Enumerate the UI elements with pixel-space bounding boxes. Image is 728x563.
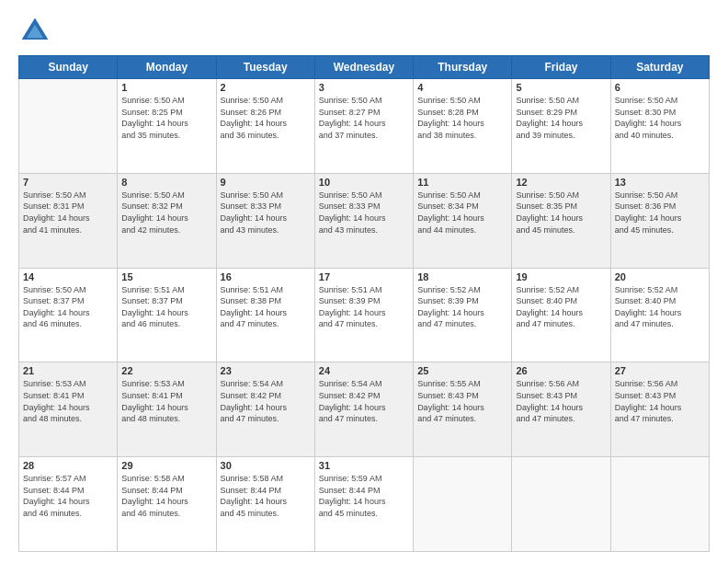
calendar-day-cell: 30Sunrise: 5:58 AM Sunset: 8:44 PM Dayli… bbox=[216, 457, 314, 552]
calendar-day-cell: 16Sunrise: 5:51 AM Sunset: 8:38 PM Dayli… bbox=[216, 268, 314, 362]
day-info: Sunrise: 5:56 AM Sunset: 8:43 PM Dayligh… bbox=[516, 378, 606, 424]
calendar-day-cell: 2Sunrise: 5:50 AM Sunset: 8:26 PM Daylig… bbox=[216, 79, 314, 174]
day-number: 30 bbox=[221, 460, 311, 471]
day-of-week-header: Thursday bbox=[414, 56, 512, 79]
day-number: 5 bbox=[516, 82, 606, 93]
day-info: Sunrise: 5:58 AM Sunset: 8:44 PM Dayligh… bbox=[221, 473, 311, 519]
calendar-day-cell bbox=[610, 457, 709, 552]
day-number: 24 bbox=[319, 365, 409, 376]
day-number: 2 bbox=[221, 82, 311, 93]
day-info: Sunrise: 5:52 AM Sunset: 8:40 PM Dayligh… bbox=[615, 284, 705, 330]
day-of-week-header: Sunday bbox=[19, 56, 118, 79]
day-number: 28 bbox=[23, 460, 113, 471]
header bbox=[18, 15, 710, 48]
calendar-day-cell: 7Sunrise: 5:50 AM Sunset: 8:31 PM Daylig… bbox=[19, 173, 118, 268]
day-info: Sunrise: 5:54 AM Sunset: 8:42 PM Dayligh… bbox=[221, 378, 311, 424]
day-info: Sunrise: 5:55 AM Sunset: 8:43 PM Dayligh… bbox=[417, 378, 507, 424]
day-info: Sunrise: 5:53 AM Sunset: 8:41 PM Dayligh… bbox=[121, 378, 211, 424]
calendar-day-cell: 3Sunrise: 5:50 AM Sunset: 8:27 PM Daylig… bbox=[314, 79, 413, 174]
day-info: Sunrise: 5:50 AM Sunset: 8:33 PM Dayligh… bbox=[221, 190, 311, 236]
calendar-day-cell: 13Sunrise: 5:50 AM Sunset: 8:36 PM Dayli… bbox=[610, 173, 709, 268]
day-number: 13 bbox=[615, 177, 705, 188]
page: SundayMondayTuesdayWednesdayThursdayFrid… bbox=[0, 0, 728, 563]
calendar-day-cell: 21Sunrise: 5:53 AM Sunset: 8:41 PM Dayli… bbox=[19, 362, 118, 457]
calendar-day-cell: 24Sunrise: 5:54 AM Sunset: 8:42 PM Dayli… bbox=[314, 362, 413, 457]
day-info: Sunrise: 5:58 AM Sunset: 8:44 PM Dayligh… bbox=[121, 473, 211, 519]
day-number: 12 bbox=[516, 177, 606, 188]
day-info: Sunrise: 5:50 AM Sunset: 8:31 PM Dayligh… bbox=[23, 190, 113, 236]
day-number: 10 bbox=[319, 177, 409, 188]
calendar-week-row: 7Sunrise: 5:50 AM Sunset: 8:31 PM Daylig… bbox=[19, 173, 710, 268]
day-number: 21 bbox=[23, 365, 113, 376]
day-number: 17 bbox=[319, 271, 409, 282]
day-info: Sunrise: 5:50 AM Sunset: 8:37 PM Dayligh… bbox=[23, 284, 113, 330]
day-number: 8 bbox=[121, 177, 211, 188]
day-number: 16 bbox=[221, 271, 311, 282]
calendar-day-cell: 17Sunrise: 5:51 AM Sunset: 8:39 PM Dayli… bbox=[314, 268, 413, 362]
day-info: Sunrise: 5:50 AM Sunset: 8:36 PM Dayligh… bbox=[615, 190, 705, 236]
calendar-day-cell: 22Sunrise: 5:53 AM Sunset: 8:41 PM Dayli… bbox=[118, 362, 216, 457]
calendar-day-cell: 12Sunrise: 5:50 AM Sunset: 8:35 PM Dayli… bbox=[512, 173, 610, 268]
day-number: 22 bbox=[121, 365, 211, 376]
day-number: 26 bbox=[516, 365, 606, 376]
day-number: 6 bbox=[615, 82, 705, 93]
calendar-day-cell bbox=[512, 457, 610, 552]
day-info: Sunrise: 5:51 AM Sunset: 8:39 PM Dayligh… bbox=[319, 284, 409, 330]
calendar-header-row: SundayMondayTuesdayWednesdayThursdayFrid… bbox=[19, 56, 710, 79]
day-info: Sunrise: 5:51 AM Sunset: 8:38 PM Dayligh… bbox=[221, 284, 311, 330]
day-number: 23 bbox=[221, 365, 311, 376]
calendar-day-cell: 15Sunrise: 5:51 AM Sunset: 8:37 PM Dayli… bbox=[118, 268, 216, 362]
calendar-day-cell: 9Sunrise: 5:50 AM Sunset: 8:33 PM Daylig… bbox=[216, 173, 314, 268]
calendar-week-row: 21Sunrise: 5:53 AM Sunset: 8:41 PM Dayli… bbox=[19, 362, 710, 457]
calendar-day-cell: 5Sunrise: 5:50 AM Sunset: 8:29 PM Daylig… bbox=[512, 79, 610, 174]
day-info: Sunrise: 5:54 AM Sunset: 8:42 PM Dayligh… bbox=[319, 378, 409, 424]
calendar-day-cell: 11Sunrise: 5:50 AM Sunset: 8:34 PM Dayli… bbox=[414, 173, 512, 268]
day-info: Sunrise: 5:50 AM Sunset: 8:30 PM Dayligh… bbox=[615, 95, 705, 141]
calendar-table: SundayMondayTuesdayWednesdayThursdayFrid… bbox=[18, 55, 710, 552]
calendar-day-cell: 28Sunrise: 5:57 AM Sunset: 8:44 PM Dayli… bbox=[19, 457, 118, 552]
calendar-day-cell bbox=[414, 457, 512, 552]
calendar-day-cell: 14Sunrise: 5:50 AM Sunset: 8:37 PM Dayli… bbox=[19, 268, 118, 362]
calendar-day-cell: 25Sunrise: 5:55 AM Sunset: 8:43 PM Dayli… bbox=[414, 362, 512, 457]
day-of-week-header: Friday bbox=[512, 56, 610, 79]
day-of-week-header: Saturday bbox=[610, 56, 709, 79]
day-number: 27 bbox=[615, 365, 705, 376]
calendar-week-row: 1Sunrise: 5:50 AM Sunset: 8:25 PM Daylig… bbox=[19, 79, 710, 174]
calendar-day-cell: 10Sunrise: 5:50 AM Sunset: 8:33 PM Dayli… bbox=[314, 173, 413, 268]
calendar-day-cell: 23Sunrise: 5:54 AM Sunset: 8:42 PM Dayli… bbox=[216, 362, 314, 457]
day-number: 4 bbox=[417, 82, 507, 93]
day-of-week-header: Wednesday bbox=[314, 56, 413, 79]
calendar-day-cell: 27Sunrise: 5:56 AM Sunset: 8:43 PM Dayli… bbox=[610, 362, 709, 457]
day-number: 18 bbox=[417, 271, 507, 282]
logo-icon bbox=[18, 15, 51, 48]
day-info: Sunrise: 5:50 AM Sunset: 8:27 PM Dayligh… bbox=[319, 95, 409, 141]
day-info: Sunrise: 5:56 AM Sunset: 8:43 PM Dayligh… bbox=[615, 378, 705, 424]
calendar-day-cell: 19Sunrise: 5:52 AM Sunset: 8:40 PM Dayli… bbox=[512, 268, 610, 362]
day-number: 25 bbox=[417, 365, 507, 376]
logo bbox=[18, 15, 55, 48]
day-number: 31 bbox=[319, 460, 409, 471]
day-of-week-header: Tuesday bbox=[216, 56, 314, 79]
day-number: 7 bbox=[23, 177, 113, 188]
day-number: 19 bbox=[516, 271, 606, 282]
day-info: Sunrise: 5:53 AM Sunset: 8:41 PM Dayligh… bbox=[23, 378, 113, 424]
calendar-day-cell: 26Sunrise: 5:56 AM Sunset: 8:43 PM Dayli… bbox=[512, 362, 610, 457]
day-info: Sunrise: 5:50 AM Sunset: 8:26 PM Dayligh… bbox=[221, 95, 311, 141]
day-number: 29 bbox=[121, 460, 211, 471]
day-info: Sunrise: 5:50 AM Sunset: 8:29 PM Dayligh… bbox=[516, 95, 606, 141]
calendar-day-cell: 6Sunrise: 5:50 AM Sunset: 8:30 PM Daylig… bbox=[610, 79, 709, 174]
calendar-day-cell: 4Sunrise: 5:50 AM Sunset: 8:28 PM Daylig… bbox=[414, 79, 512, 174]
day-info: Sunrise: 5:50 AM Sunset: 8:25 PM Dayligh… bbox=[121, 95, 211, 141]
day-info: Sunrise: 5:52 AM Sunset: 8:39 PM Dayligh… bbox=[417, 284, 507, 330]
day-info: Sunrise: 5:50 AM Sunset: 8:32 PM Dayligh… bbox=[121, 190, 211, 236]
day-number: 20 bbox=[615, 271, 705, 282]
day-number: 14 bbox=[23, 271, 113, 282]
day-of-week-header: Monday bbox=[118, 56, 216, 79]
day-info: Sunrise: 5:50 AM Sunset: 8:35 PM Dayligh… bbox=[516, 190, 606, 236]
calendar-day-cell: 29Sunrise: 5:58 AM Sunset: 8:44 PM Dayli… bbox=[118, 457, 216, 552]
day-number: 9 bbox=[221, 177, 311, 188]
calendar-day-cell: 18Sunrise: 5:52 AM Sunset: 8:39 PM Dayli… bbox=[414, 268, 512, 362]
day-info: Sunrise: 5:57 AM Sunset: 8:44 PM Dayligh… bbox=[23, 473, 113, 519]
calendar-week-row: 14Sunrise: 5:50 AM Sunset: 8:37 PM Dayli… bbox=[19, 268, 710, 362]
calendar-day-cell: 20Sunrise: 5:52 AM Sunset: 8:40 PM Dayli… bbox=[610, 268, 709, 362]
